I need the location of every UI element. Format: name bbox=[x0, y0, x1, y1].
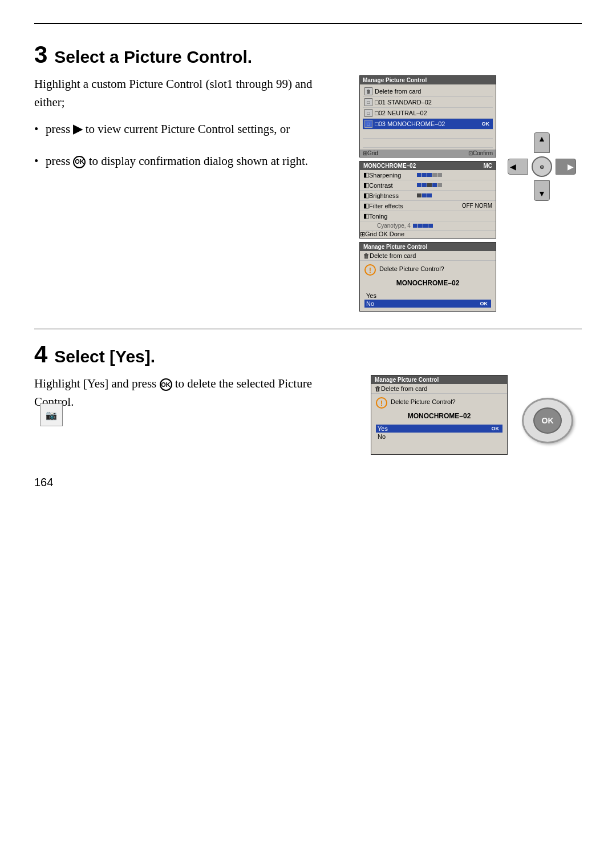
screen2: MONOCHROME–02 MC ◧ Sharpening bbox=[359, 161, 496, 239]
step4-header: 4 Select [Yes]. bbox=[34, 341, 582, 368]
screen1-icon3: □ bbox=[364, 109, 372, 117]
screen3-sub: 🗑 Delete from card bbox=[360, 251, 496, 261]
screen3-ok-badge: OK bbox=[479, 300, 490, 307]
dpad-bottom: ▼ bbox=[534, 180, 550, 201]
screen2-footer: ⊞Grid OK Done bbox=[360, 231, 496, 238]
screen2-row5: ◧ Toning bbox=[360, 211, 496, 221]
screen1-ok: OK bbox=[480, 120, 492, 127]
dpad-left: ◀ bbox=[508, 159, 528, 175]
top-border bbox=[34, 23, 582, 24]
s2-bar3 bbox=[417, 193, 492, 197]
dpad: ▲ ▼ ◀ ▶ ⊕ bbox=[508, 132, 576, 201]
step3-bullet1: press ▶ to view current Picture Control … bbox=[34, 120, 342, 139]
step3-bullet1-text: press ▶ to view current Picture Control … bbox=[46, 122, 290, 136]
screen3-icon: 🗑 bbox=[363, 252, 370, 259]
screen1-header: Manage Picture Control bbox=[360, 76, 496, 84]
screen1-row4: □ □03 MONOCHROME–02 OK bbox=[363, 119, 493, 130]
screen3-header: Manage Picture Control bbox=[360, 243, 496, 251]
step3-text: Highlight a custom Picture Control (slot… bbox=[34, 75, 342, 312]
screen1-row1: 🗑 Delete from card bbox=[363, 86, 493, 97]
step4-name: MONOCHROME–02 bbox=[376, 412, 502, 420]
screen1-icon1: 🗑 bbox=[364, 87, 372, 95]
step3-bullet2: press OK to display confirmation dialog … bbox=[34, 152, 342, 171]
dpad-top: ▲ bbox=[534, 132, 550, 153]
screen3-name: MONOCHROME–02 bbox=[364, 279, 491, 287]
step4-warning-row: ! Delete Picture Control? bbox=[376, 397, 502, 409]
step4-screen: Manage Picture Control 🗑 Delete from car… bbox=[371, 375, 508, 455]
ok-button-container: OK bbox=[513, 375, 582, 455]
screen3-yes: Yes bbox=[364, 292, 491, 300]
step4-no: No bbox=[376, 433, 502, 441]
step4-ok-badge: OK bbox=[490, 425, 501, 432]
s2-bar1 bbox=[417, 173, 492, 177]
step3-dpad: ▲ ▼ ◀ ▶ ⊕ bbox=[502, 75, 582, 312]
screen1-row2: □ □01 STANDARD–02 bbox=[363, 97, 493, 108]
screen1-icon4: □ bbox=[364, 120, 372, 128]
screen1-body: 🗑 Delete from card □ □01 STANDARD–02 □ □… bbox=[360, 84, 496, 150]
screen1-icon2: □ bbox=[364, 98, 372, 106]
screen1-empty bbox=[363, 130, 493, 139]
screen2-row1: ◧ Sharpening bbox=[360, 170, 496, 180]
ok-symbol-1: OK bbox=[73, 156, 86, 168]
screen2-row5b: Cyanotype, 4 bbox=[360, 221, 496, 231]
step4-number: 4 bbox=[34, 341, 47, 368]
step4-right: Manage Picture Control 🗑 Delete from car… bbox=[371, 375, 582, 455]
screen1-empty2 bbox=[363, 139, 493, 148]
screen3: Manage Picture Control 🗑 Delete from car… bbox=[359, 242, 496, 312]
step3-body: Highlight a custom Picture Control (slot… bbox=[34, 75, 342, 111]
step4-warning-icon: ! bbox=[376, 397, 387, 409]
step4-section: 4 Select [Yes]. 📷 Highlight [Yes] and pr… bbox=[34, 341, 582, 455]
s2-bar5 bbox=[413, 224, 492, 228]
step3-right: Manage Picture Control 🗑 Delete from car… bbox=[359, 75, 582, 312]
screen1: Manage Picture Control 🗑 Delete from car… bbox=[359, 75, 496, 158]
screen2-header: MONOCHROME–02 MC bbox=[360, 161, 496, 170]
screen3-no: No OK bbox=[364, 300, 491, 308]
step3-section: 3 Select a Picture Control. Highlight a … bbox=[34, 41, 582, 312]
ok-outer-ring: OK bbox=[522, 398, 573, 443]
s2-icon2: ◧ bbox=[363, 181, 369, 189]
step3-title: Select a Picture Control. bbox=[54, 47, 252, 67]
dpad-container: ▲ ▼ ◀ ▶ ⊕ bbox=[502, 127, 582, 207]
step4-screen-sub: 🗑 Delete from card bbox=[371, 384, 507, 394]
dpad-right-highlighted: ▶ bbox=[556, 159, 576, 175]
ok-inner-button: OK bbox=[533, 407, 562, 434]
s2-icon1: ◧ bbox=[363, 171, 369, 179]
page: 3 Select a Picture Control. Highlight a … bbox=[0, 0, 616, 506]
step3-screens: Manage Picture Control 🗑 Delete from car… bbox=[359, 75, 496, 312]
s2-bar2 bbox=[417, 183, 492, 187]
screen3-warning-row: ! Delete Picture Control? bbox=[364, 264, 491, 276]
screen2-row4: ◧ Filter effects OFF NORM bbox=[360, 201, 496, 211]
step3-bullet2-text: press OK to display confirmation dialog … bbox=[46, 154, 308, 168]
ok-symbol-2: OK bbox=[160, 378, 172, 391]
step4-icon: 🗑 bbox=[375, 385, 381, 392]
section-divider bbox=[34, 329, 582, 329]
step4-screen-header: Manage Picture Control bbox=[371, 375, 507, 384]
screen3-dialog: ! Delete Picture Control? MONOCHROME–02 … bbox=[360, 261, 496, 311]
camera-icon: 📷 bbox=[46, 410, 57, 421]
s2-icon4: ◧ bbox=[363, 202, 369, 209]
screen1-row3: □ □02 NEUTRAL–02 bbox=[363, 108, 493, 119]
step4-text: Highlight [Yes] and press OK to delete t… bbox=[34, 375, 354, 455]
step4-yes: Yes OK bbox=[376, 425, 502, 433]
step4-title: Select [Yes]. bbox=[54, 347, 155, 366]
step3-header: 3 Select a Picture Control. bbox=[34, 41, 582, 68]
s2-icon3: ◧ bbox=[363, 192, 369, 199]
screen2-row3: ◧ Brightness bbox=[360, 191, 496, 201]
step3-number: 3 bbox=[34, 41, 47, 68]
s2-icon5: ◧ bbox=[363, 212, 369, 220]
warning-icon: ! bbox=[364, 264, 376, 276]
step4-content: Highlight [Yes] and press OK to delete t… bbox=[34, 375, 582, 455]
screen2-row2: ◧ Contrast bbox=[360, 180, 496, 191]
ok-button-illustration: OK bbox=[513, 392, 582, 449]
step4-body: Highlight [Yes] and press OK to delete t… bbox=[34, 375, 354, 411]
screen1-footer: ⊞Grid ⊡Confirm bbox=[360, 150, 496, 157]
sidebar-camera-icon: 📷 bbox=[40, 403, 63, 426]
step3-bullets: press ▶ to view current Picture Control … bbox=[34, 120, 342, 170]
step4-dialog: ! Delete Picture Control? MONOCHROME–02 … bbox=[371, 394, 507, 444]
dpad-center: ⊕ bbox=[532, 156, 552, 177]
page-number: 164 bbox=[34, 476, 53, 489]
step3-content: Highlight a custom Picture Control (slot… bbox=[34, 75, 582, 312]
